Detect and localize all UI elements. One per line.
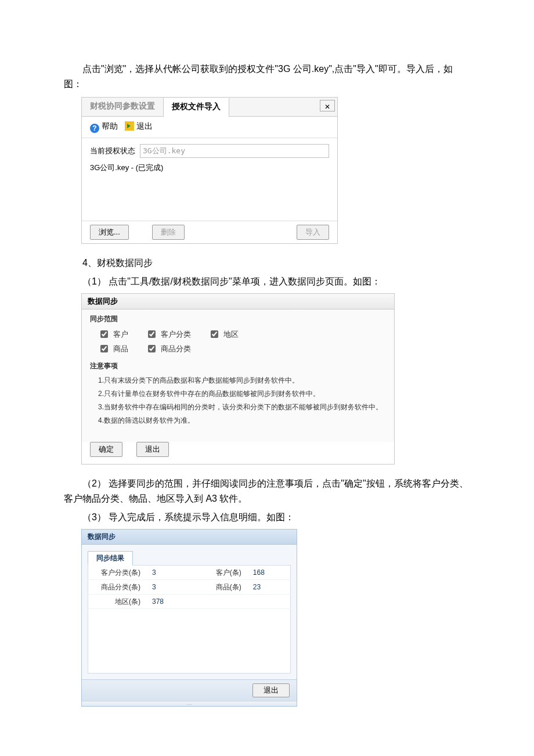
note-4: 4.数据的筛选以财务软件为准。 [98,416,386,426]
checkbox-customer[interactable]: 客户 [98,329,128,340]
cell-label: 客户分类(条) [88,566,147,580]
table-row: 客户分类(条) 3 客户(条) 168 [88,566,291,580]
sync-range-legend: 同步范围 [90,314,386,324]
checkbox-product-input[interactable] [100,345,108,352]
paragraph-intro: 点击"浏览"，选择从代帐公司获取到的授权文件"3G 公司.key",点击"导入"… [64,62,470,91]
exit-label: 退出 [136,121,153,131]
auth-status-label: 当前授权状态 [90,146,135,156]
cell-label: 商品(条) [189,580,247,595]
resize-handle[interactable]: ···· [82,701,297,706]
heading-4: 4、财税数据同步 [64,255,470,271]
close-icon[interactable]: ✕ [320,100,335,111]
checkbox-customer-category[interactable]: 客户分类 [146,329,191,340]
sync-result-dialog: 数据同步 同步结果 客户分类(条) 3 客户(条) 168 商品分类(条) 3 … [81,529,297,707]
tab-sync-result[interactable]: 同步结果 [88,551,133,566]
data-sync-title: 数据同步 [82,294,394,309]
tab-settings[interactable]: 财税协同参数设置 [82,98,164,116]
checkbox-customer-label: 客户 [113,329,128,340]
checkbox-customer-input[interactable] [100,330,108,338]
step-1-text: （1） 点击"工具/数据/财税数据同步"菜单项，进入数据同步页面。如图： [64,274,470,289]
checkbox-customer-category-input[interactable] [148,330,156,338]
help-button[interactable]: ? 帮助 [90,121,120,131]
sync-result-title: 数据同步 [82,530,297,545]
delete-button[interactable]: 删除 [152,225,185,240]
step-2-text: （2） 选择要同步的范围，并仔细阅读同步的注意事项后，点击"确定"按钮，系统将客… [64,476,470,506]
checkbox-product-category-input[interactable] [148,345,156,352]
cell-label: 地区(条) [88,595,147,609]
file-list: 3G公司.key - (已完成) [90,163,329,215]
cell-value: 23 [247,580,291,595]
exit-button-result[interactable]: 退出 [252,683,290,697]
exit-button[interactable]: 退出 [125,121,153,131]
note-2: 2.只有计量单位在财务软件中存在的商品数据能够被同步到财务软件中。 [98,389,386,399]
checkbox-customer-category-label: 客户分类 [161,329,191,340]
checkbox-region-input[interactable] [211,330,218,338]
data-sync-dialog: 数据同步 同步范围 客户 客户分类 [81,293,395,465]
browse-button[interactable]: 浏览... [90,225,129,240]
table-row: 地区(条) 378 [88,595,291,609]
ok-button[interactable]: 确定 [90,442,122,457]
checkbox-region-label: 地区 [223,329,239,340]
checkbox-product-label: 商品 [113,344,128,354]
cell-value: 3 [146,566,189,580]
step-3-text: （3） 导入完成后，系统提示导入信息明细。如图： [64,510,470,525]
help-icon: ? [90,124,99,133]
checkbox-product-category-label: 商品分类 [161,344,191,354]
import-button[interactable]: 导入 [297,225,329,240]
cell-value: 378 [146,595,189,609]
notes-legend: 注意事项 [90,361,386,371]
checkbox-product[interactable]: 商品 [98,343,128,354]
tab-auth-import[interactable]: 授权文件导入 [164,98,229,117]
auth-import-dialog: 财税协同参数设置 授权文件导入 ✕ ? 帮助 退出 当前授权状态 3G公司.ke… [81,97,338,244]
auth-status-field [140,144,329,158]
sync-result-table: 客户分类(条) 3 客户(条) 168 商品分类(条) 3 商品(条) 23 地… [88,565,291,674]
exit-button-sync[interactable]: 退出 [136,442,169,457]
cell-label: 商品分类(条) [88,580,147,595]
help-label: 帮助 [102,121,118,131]
checkbox-product-category[interactable]: 商品分类 [146,343,191,354]
cell-label: 客户(条) [189,566,247,580]
cell-value: 3 [146,580,189,595]
checkbox-region[interactable]: 地区 [208,329,239,340]
cell-value: 168 [247,566,291,580]
file-item-label: 3G公司.key - (已完成) [90,163,163,172]
table-row: 商品分类(条) 3 商品(条) 23 [88,580,291,595]
note-3: 3.当财务软件中存在编码相同的分类时，该分类和分类下的数据不能够被同步到财务软件… [98,402,386,412]
exit-icon [125,121,134,131]
note-1: 1.只有末级分类下的商品数据和客户数据能够同步到财务软件中。 [98,376,386,386]
